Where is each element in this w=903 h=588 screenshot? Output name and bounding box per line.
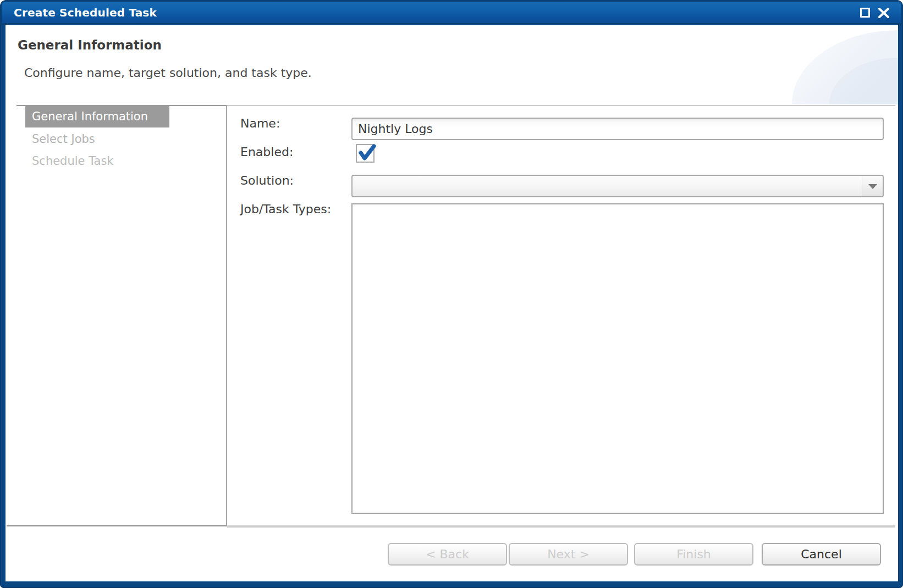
cancel-button[interactable]: Cancel xyxy=(762,543,881,565)
next-button[interactable]: Next > xyxy=(509,543,628,565)
divider xyxy=(227,525,895,528)
finish-button[interactable]: Finish xyxy=(634,543,753,565)
maximize-button[interactable] xyxy=(860,8,870,18)
back-button[interactable]: < Back xyxy=(388,543,507,565)
close-icon xyxy=(878,8,889,18)
solution-label: Solution: xyxy=(240,174,294,187)
window-title: Create Scheduled Task xyxy=(14,0,157,25)
step-schedule-task[interactable]: Schedule Task xyxy=(25,150,169,172)
sidebar-divider xyxy=(226,105,227,526)
close-button[interactable] xyxy=(878,8,889,18)
checkmark-icon xyxy=(357,143,377,163)
job-task-types-listbox[interactable] xyxy=(351,203,884,514)
step-general-information[interactable]: General Information xyxy=(25,106,169,127)
dialog-content: General Information Configure name, targ… xyxy=(5,25,898,581)
page-subtitle: Configure name, target solution, and tas… xyxy=(24,66,312,80)
chevron-down-icon xyxy=(868,184,877,189)
enabled-label: Enabled: xyxy=(240,145,293,159)
divider xyxy=(7,525,227,526)
header-decoration xyxy=(654,26,898,104)
name-input[interactable] xyxy=(351,118,884,140)
create-scheduled-task-dialog: Create Scheduled Task General Informatio… xyxy=(0,0,903,588)
divider xyxy=(227,105,895,106)
maximize-icon xyxy=(860,8,870,18)
enabled-checkbox[interactable] xyxy=(356,144,375,163)
name-label: Name: xyxy=(240,117,280,130)
solution-dropdown-button[interactable] xyxy=(862,176,883,196)
job-task-types-label: Job/Task Types: xyxy=(240,202,331,216)
step-select-jobs[interactable]: Select Jobs xyxy=(25,128,169,150)
page-title: General Information xyxy=(18,38,162,52)
solution-dropdown[interactable] xyxy=(351,175,884,197)
titlebar[interactable]: Create Scheduled Task xyxy=(0,0,903,25)
